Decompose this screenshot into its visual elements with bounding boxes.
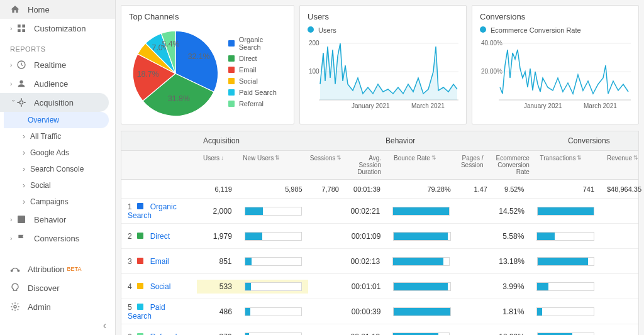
total-pps: 1.47 — [457, 183, 494, 195]
pie-chart: 32.1%31.8%18.7%7.0%5.4% — [129, 26, 222, 121]
cell-pps — [457, 284, 494, 289]
cell-bounce-bar — [386, 330, 456, 336]
cell-erate: 10.39% — [492, 330, 531, 336]
nav-audience[interactable]: › Audience — [0, 74, 115, 93]
swatch-icon — [137, 203, 143, 209]
svg-text:31.8%: 31.8% — [168, 94, 190, 103]
cell-bounce-bar — [386, 255, 456, 268]
row-index: 1 — [128, 202, 135, 211]
nav-acquisition[interactable]: › Acquisition — [0, 93, 109, 112]
nav-label: Attribution — [28, 265, 65, 274]
nav-label: Conversions — [34, 234, 79, 243]
group-behavior: Behavior — [379, 131, 562, 150]
cell-bounce-bar — [387, 280, 457, 294]
cell-trans-bar — [530, 229, 601, 243]
cell-users: 533 — [197, 280, 238, 294]
hdr-pps[interactable]: Pages / Session — [454, 151, 489, 179]
hdr-erate[interactable]: Ecommerce Conversion Rate — [490, 151, 534, 179]
acquisition-icon — [16, 97, 26, 107]
cell-newusers-bar — [238, 255, 308, 268]
swatch-icon — [137, 304, 143, 310]
hdr-users[interactable]: Users↓ — [197, 151, 236, 179]
card-top-channels: Top Channels 32.1%31.8%18.7%7.0%5.4% Org… — [121, 5, 294, 124]
channel-link[interactable]: Referral — [150, 332, 177, 336]
cell-revenue — [601, 259, 638, 264]
legend-text: Direct — [239, 55, 257, 62]
svg-text:100: 100 — [309, 68, 319, 75]
channel-link[interactable]: Organic Search — [128, 202, 177, 220]
nav-conversions[interactable]: › Conversions — [0, 229, 115, 248]
svg-point-8 — [18, 270, 19, 272]
subnav-googleads[interactable]: Google Ads — [4, 145, 115, 161]
nav-label: Realtime — [34, 60, 66, 70]
nav-behavior[interactable]: › Behavior — [0, 210, 115, 229]
cell-erate: 1.81% — [494, 305, 530, 319]
nav-realtime[interactable]: › Realtime — [0, 55, 115, 74]
svg-text:January 2021: January 2021 — [524, 102, 562, 109]
swatch-icon — [228, 55, 235, 62]
group-acquisition: Acquisition — [197, 131, 379, 150]
nav-attribution[interactable]: Attribution BETA — [0, 260, 115, 278]
collapse-sidebar[interactable]: ‹ — [0, 316, 115, 335]
nav-label: Discover — [28, 283, 60, 293]
beta-badge: BETA — [67, 266, 82, 272]
channel-link[interactable]: Social — [150, 282, 171, 291]
pie-legend: Organic SearchDirectEmailSocialPaid Sear… — [228, 36, 286, 111]
subnav-social[interactable]: Social — [4, 177, 115, 194]
nav-admin[interactable]: Admin — [0, 297, 115, 316]
hdr-sessions[interactable]: Sessions⇅ — [304, 151, 348, 179]
hdr-revenue[interactable]: Revenue⇅ — [601, 151, 638, 179]
channel-link[interactable]: Email — [150, 257, 169, 266]
cell-avgdur: 00:01:01 — [345, 280, 387, 294]
channel-link[interactable]: Direct — [150, 232, 170, 241]
legend-label: Ecommerce Conversion Rate — [491, 26, 581, 34]
total-sessions: 7,780 — [309, 183, 345, 195]
hdr-avgdur[interactable]: Avg. Session Duration — [348, 151, 387, 179]
legend-item: Email — [228, 66, 286, 74]
caret-icon: › — [10, 235, 16, 242]
cell-trans-bar — [531, 330, 601, 336]
conversions-sparkline: 40.00% 20.00% January 2021 March 2021 — [480, 34, 631, 113]
svg-text:March 2021: March 2021 — [411, 102, 445, 109]
cell-bounce-bar — [387, 305, 457, 319]
svg-rect-6 — [18, 216, 25, 223]
nav-home[interactable]: Home — [0, 0, 115, 19]
legend-item: Organic Search — [228, 36, 286, 51]
cell-avgdur: 00:01:09 — [345, 229, 387, 243]
sort-desc-icon: ↓ — [221, 155, 224, 161]
row-index: 3 — [128, 257, 135, 266]
subnav-alltraffic[interactable]: All Traffic — [4, 128, 115, 145]
total-erate: 9.52% — [494, 183, 530, 195]
legend-item: Paid Search — [228, 89, 286, 96]
subnav-searchconsole[interactable]: Search Console — [4, 161, 115, 177]
cell-erate: 3.99% — [494, 280, 530, 294]
cell-users: 851 — [197, 255, 238, 268]
hdr-trans[interactable]: Transactions⇅ — [534, 151, 601, 179]
table-group-row: Acquisition Behavior Conversions — [121, 131, 638, 151]
total-revenue: $48,964.35 — [601, 183, 638, 195]
swatch-icon — [228, 67, 235, 73]
table-row: 6 Referral37600:01:1310.39% — [121, 324, 638, 335]
svg-text:5.4%: 5.4% — [162, 40, 179, 48]
row-index: 4 — [128, 282, 135, 291]
cell-avgdur: 00:02:13 — [345, 255, 387, 268]
cell-revenue — [601, 284, 638, 289]
hdr-bounce[interactable]: Bounce Rate⇅ — [387, 151, 454, 179]
reports-label: REPORTS — [0, 38, 115, 55]
svg-text:March 2021: March 2021 — [584, 102, 617, 109]
cell-users: 376 — [197, 330, 238, 336]
cell-avgdur: 00:00:39 — [345, 305, 387, 319]
cell-trans-bar — [531, 204, 601, 218]
sidebar: Home › Customization REPORTS › Realtime … — [0, 0, 116, 335]
table-row: 5 Paid Search48600:00:391.81% — [121, 299, 638, 324]
subnav-overview[interactable]: Overview — [4, 112, 109, 128]
row-index: 2 — [128, 232, 135, 241]
subnav-campaigns[interactable]: Campaigns — [4, 194, 115, 210]
channels-table: Acquisition Behavior Conversions Users↓ … — [121, 131, 639, 335]
customization-icon — [16, 23, 26, 33]
hdr-newusers[interactable]: New Users⇅ — [236, 151, 303, 179]
nav-customization[interactable]: › Customization — [0, 19, 115, 38]
card-title: Users — [308, 12, 458, 21]
nav-discover[interactable]: Discover — [0, 278, 115, 297]
cell-bounce-bar — [387, 229, 457, 243]
